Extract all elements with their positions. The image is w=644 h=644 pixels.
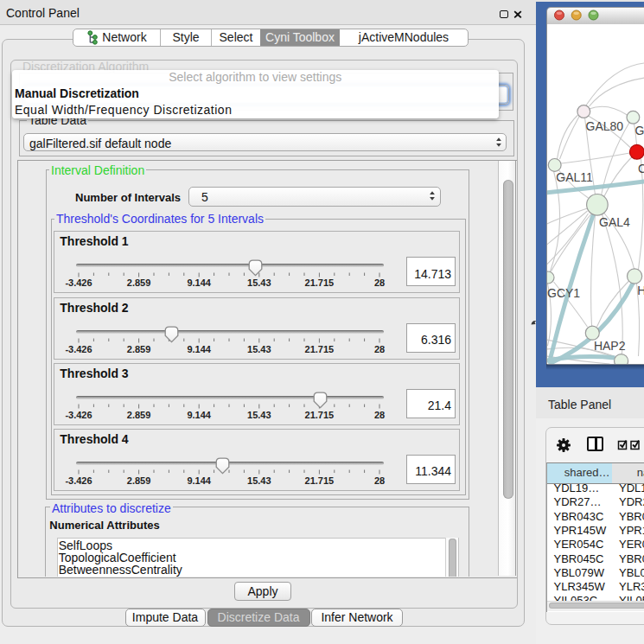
svg-text:HAP2: HAP2: [593, 339, 625, 353]
svg-text:GAL: GAL: [634, 124, 644, 137]
svg-text:GCY1: GCY1: [547, 286, 580, 300]
svg-text:GAL4: GAL4: [599, 215, 630, 229]
svg-text:CYC8: CYC8: [638, 162, 644, 175]
svg-text:GAL80: GAL80: [585, 119, 623, 133]
svg-text:HIS4: HIS4: [637, 284, 644, 297]
svg-text:GAL11: GAL11: [556, 170, 593, 184]
